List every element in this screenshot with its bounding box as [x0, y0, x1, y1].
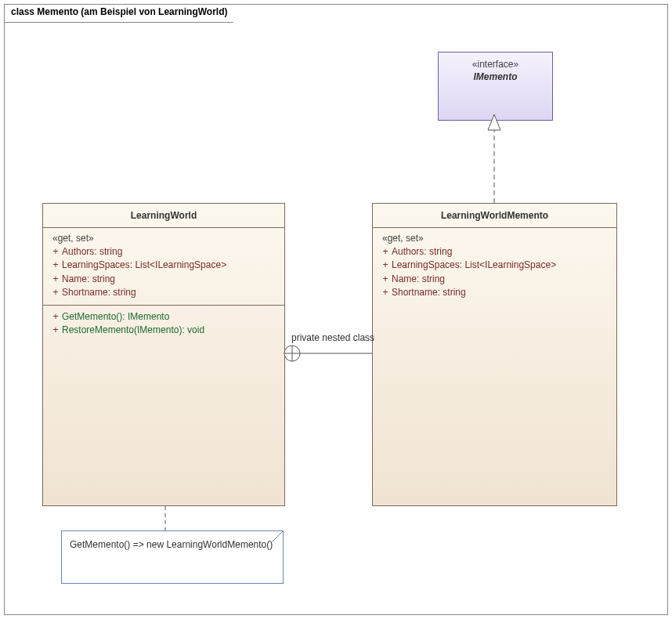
- class-lwm-header: LearningWorldMemento: [373, 204, 616, 228]
- class-lw-prop: +Shortname: string: [49, 286, 278, 299]
- note-fold-icon: [272, 531, 283, 542]
- class-lwm-prop: +Authors: string: [379, 245, 610, 259]
- class-lw-header: LearningWorld: [43, 204, 284, 228]
- class-lw-props-section: «get, set» +Authors: string +LearningSpa…: [43, 228, 284, 306]
- class-lw-prop: +LearningSpaces: List<ILearningSpace>: [49, 259, 278, 272]
- relation-label: private nested class: [291, 332, 374, 343]
- diagram-title: class Memento (am Beispiel von LearningW…: [11, 6, 228, 17]
- class-lw-method: +RestoreMemento(IMemento): void: [49, 324, 278, 337]
- class-learningworld: LearningWorld «get, set» +Authors: strin…: [42, 203, 285, 506]
- diagram-title-tab: class Memento (am Beispiel von LearningW…: [4, 4, 243, 23]
- class-lw-prop: +Name: string: [49, 273, 278, 286]
- nested-anchor-icon: [284, 346, 300, 361]
- interface-stereotype: «interface»: [439, 59, 552, 70]
- diagram-frame: class Memento (am Beispiel von LearningW…: [4, 4, 668, 615]
- class-lw-prop-stereotype: «get, set»: [49, 233, 278, 244]
- note-getmemento: GetMemento() => new LearningWorldMemento…: [61, 530, 284, 584]
- class-lwm-prop: +Name: string: [379, 273, 610, 286]
- class-lw-methods-section: +GetMemento(): IMemento +RestoreMemento(…: [43, 306, 284, 505]
- class-lwm-prop: +Shortname: string: [379, 286, 610, 299]
- class-lw-method: +GetMemento(): IMemento: [49, 310, 278, 324]
- class-lwm-props-section: «get, set» +Authors: string +LearningSpa…: [373, 228, 616, 505]
- svg-point-0: [284, 346, 300, 361]
- interface-imemento: «interface» IMemento: [438, 52, 553, 121]
- interface-name: IMemento: [439, 71, 552, 82]
- class-learningworldmemento: LearningWorldMemento «get, set» +Authors…: [372, 203, 617, 506]
- note-text: GetMemento() => new LearningWorldMemento…: [70, 539, 273, 550]
- class-lwm-prop: +LearningSpaces: List<ILearningSpace>: [379, 259, 610, 272]
- class-lw-prop: +Authors: string: [49, 245, 278, 259]
- class-lwm-prop-stereotype: «get, set»: [379, 233, 610, 244]
